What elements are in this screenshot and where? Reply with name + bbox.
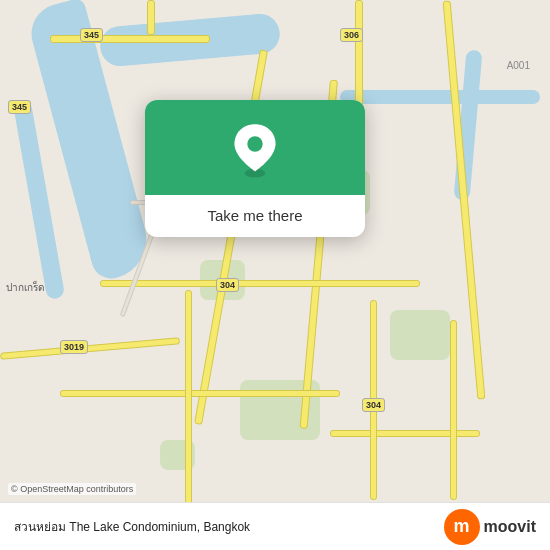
road-label-306: 306 [340,28,363,42]
road-label-304-2: 304 [362,398,385,412]
road-label-a001: A001 [507,60,530,71]
road-label-345-1: 345 [80,28,103,42]
take-me-there-button[interactable]: Take me there [207,207,302,224]
road-vert-3 [450,320,457,500]
bottom-bar: สวนหย่อม The Lake Condominium, Bangkok m… [0,502,550,550]
road-label-345-2: 345 [8,100,31,114]
place-label-pakkret: ปากเกร็ด [6,280,45,295]
moovit-logo[interactable]: m moovit [444,509,536,545]
road-horiz-2 [60,390,340,397]
location-pin-icon [225,120,285,180]
moovit-text: moovit [484,518,536,536]
popup-green-header [145,100,365,195]
popup-card: Take me there [145,100,365,237]
green-area-1 [390,310,450,360]
road-label-304-1: 304 [216,278,239,292]
road-345-h [50,35,210,43]
road-horiz-3 [330,430,480,437]
map-attribution: © OpenStreetMap contributors [8,483,136,495]
popup-label-area: Take me there [145,195,365,237]
road-345-top [147,0,155,35]
bottom-place-info: สวนหย่อม The Lake Condominium, Bangkok [14,517,250,536]
canal-3 [340,90,540,104]
road-label-3019: 3019 [60,340,88,354]
place-name: สวนหย่อม The Lake Condominium, Bangkok [14,517,250,536]
svg-point-1 [247,136,262,151]
moovit-m-icon: m [444,509,480,545]
road-horiz-1 [100,280,420,287]
map-container: 345 345 306 304 304 3019 A001 ปากเกร็ด T… [0,0,550,550]
